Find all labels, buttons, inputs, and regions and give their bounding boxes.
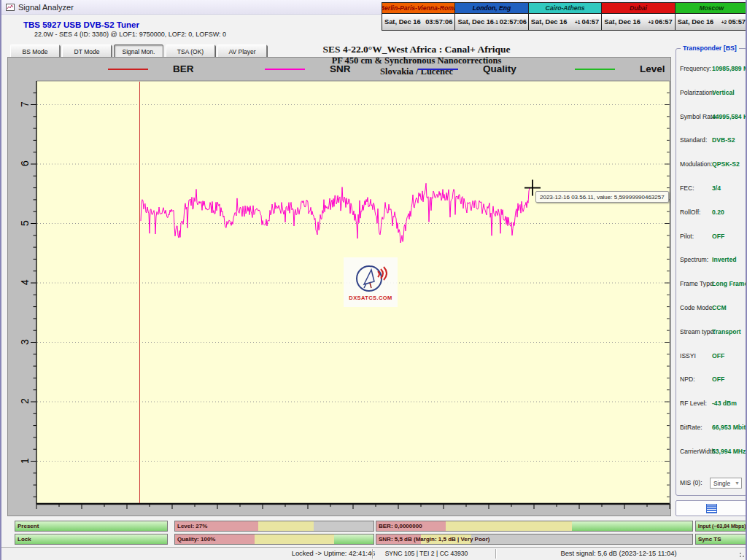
tp-label-streamtype: Stream type: (680, 328, 716, 335)
clock-city-label: London, Eng (455, 3, 527, 14)
sync-status: SYNC 105 | TEI 2 | CC 43930 (366, 550, 487, 557)
clock-city-label: Cairo-Athens (529, 3, 601, 14)
tp-value-bitrate: 66,953 Mbit/s (712, 424, 747, 431)
mis-dropdown[interactable]: Single ▼ (710, 478, 742, 489)
tp-value-rflevel: -43 dBm (712, 400, 737, 407)
clock-dubai: DubaiSat, Dec 16+306:57 (602, 3, 675, 30)
y-tick-label: 1 (19, 454, 31, 467)
syncts-bar: Sync TS (695, 534, 746, 545)
clock-time: Sat, Dec 16-102:57:06 (455, 14, 527, 30)
syncts-label: Sync TS (698, 536, 721, 542)
lock-label: Lock (18, 536, 31, 542)
present-label: Present (18, 523, 39, 529)
y-tick-label: 6 (19, 157, 31, 170)
clock-london-eng: London, EngSat, Dec 16-102:57:06 (455, 3, 528, 30)
tp-label-modulation: Modulation: (680, 160, 712, 168)
ber-label: BER: 0,0000000 (379, 523, 422, 529)
tuner-name: TBS 5927 USB DVB-S2 Tuner (23, 20, 139, 29)
clock-moscow: MoscowSat, Dec 16+205:57 (676, 3, 747, 30)
y-tick-label: 7 (19, 98, 31, 111)
tp-value-streamtype: Transport (712, 328, 741, 335)
tp-value-pilot: OFF (712, 233, 724, 240)
transponder-panel: Transponder [BS] Frequency:10985,889 MHz… (673, 32, 747, 516)
tp-value-carrierwidth: 53,994 MHz (712, 448, 746, 455)
statusbar-divider (495, 549, 496, 559)
clock-city-label: Berlin-Paris-Vienna-Roma (382, 3, 454, 14)
tp-label-codemode: Code Mode: (680, 304, 714, 311)
input-bar: Input (~63,84 Mbps) (695, 521, 746, 532)
snr-label: SNR: 5,5 dB (Margin: 1,5 dB | Very Poor) (379, 536, 490, 542)
tp-value-npd: OFF (712, 376, 724, 383)
clock-time: Sat, Dec 16+104:57 (529, 14, 601, 30)
input-label: Input (~63,84 Mbps) (698, 524, 746, 529)
tp-label-rolloff: RollOff: (680, 209, 701, 216)
tp-value-modulation: QPSK-S2 (712, 160, 740, 168)
tp-value-fec: 3/4 (712, 184, 721, 192)
tp-label-npd: NPD: (680, 376, 695, 383)
chevron-down-icon: ▼ (735, 481, 740, 486)
tp-value-codemode: CCM (712, 304, 727, 311)
clock-time: Sat, Dec 16+205:57 (676, 14, 747, 30)
watermark-text: DXSATCS.COM (349, 295, 392, 301)
resize-grip[interactable] (739, 552, 746, 559)
y-tick-label: 2 (19, 394, 31, 408)
world-clocks: Berlin-Paris-Vienna-RomaSat, Dec 1603:57… (382, 2, 747, 31)
tp-label-spectrum: Spectrum: (680, 256, 708, 263)
tp-value-symbolrate: 44995,584 KS/s (712, 113, 747, 120)
list-icon (706, 504, 717, 513)
y-tick-label: 4 (19, 276, 31, 289)
mis-value: Single (713, 480, 730, 487)
signal-analyzer-window: Signal Analyzer TBS 5927 USB DVB-S2 Tune… (0, 0, 747, 560)
satellite-dish-icon (354, 264, 387, 295)
tp-label-fec: FEC: (680, 184, 694, 192)
tp-label-standard: Standard: (680, 136, 707, 144)
dxsatcs-watermark: DXSATCS.COM (344, 257, 398, 307)
tp-label-bitrate: BitRate: (680, 424, 703, 431)
tp-label-rflevel: RF Level: (680, 400, 707, 407)
tp-label-frequency: Frequency: (680, 65, 711, 72)
cursor-tooltip: 2023-12-16 03.56.11, value: 5,5999999046… (535, 191, 669, 203)
mis-label: MIS (0): (680, 479, 703, 486)
tuner-info: 22.0W - SES 4 (ID: 3380) @ LOF1: 9750000… (34, 31, 226, 38)
y-tick-label: 3 (19, 335, 31, 349)
report-button[interactable] (676, 500, 747, 516)
tp-value-issyi: OFF (712, 352, 724, 359)
snr-bar: SNR: 5,5 dB (Margin: 1,5 dB | Very Poor) (376, 534, 693, 545)
tp-value-frequency: 10985,889 MHz (712, 65, 747, 72)
y-tick-label: 5 (19, 217, 31, 230)
signal-chart-area[interactable]: SES 4-22.0°W_West Africa : Canal+ Afriqu… (7, 57, 671, 516)
clock-city-label: Moscow (676, 3, 747, 14)
ber-bar: BER: 0,0000000 (376, 521, 693, 532)
clock-cairo-athens: Cairo-AthensSat, Dec 16+104:57 (529, 3, 602, 30)
tp-value-polarization: Vertical (712, 89, 735, 96)
tp-value-spectrum: Inverted (712, 256, 736, 263)
present-bar: Present (15, 521, 168, 532)
quality-label: Quality: 100% (177, 536, 215, 542)
quality-bar: Quality: 100% (174, 534, 374, 545)
tp-value-rolloff: 0.20 (712, 209, 724, 216)
app-icon (6, 3, 15, 12)
snr-plot (8, 58, 670, 516)
clock-berlin-paris-vienna-roma: Berlin-Paris-Vienna-RomaSat, Dec 1603:57… (382, 3, 455, 30)
tp-value-standard: DVB-S2 (712, 136, 735, 144)
tp-label-polarization: Polarization: (680, 89, 714, 96)
lock-bar: Lock (15, 534, 168, 545)
window-title: Signal Analyzer (18, 3, 74, 12)
level-label: Level: 27% (177, 523, 207, 529)
tp-label-frametype: Frame Type: (680, 280, 715, 287)
chart-title-line1: SES 4-22.0°W_West Africa : Canal+ Afriqu… (227, 44, 606, 55)
tp-label-pilot: Pilot: (680, 233, 694, 240)
tp-value-frametype: Long Frame (712, 280, 747, 287)
clock-city-label: Dubai (602, 3, 674, 14)
tp-label-issyi: ISSYI (680, 352, 696, 359)
level-bar: Level: 27% (174, 521, 374, 532)
transponder-groupbox: Transponder [BS] Frequency:10985,889 MHz… (676, 48, 747, 496)
clock-time: Sat, Dec 1603:57:06 (382, 14, 454, 30)
best-signal-status: Best signal: 5,6 dB (2023-12-15 11:04) (524, 550, 713, 557)
transponder-title: Transponder [BS] (681, 44, 739, 52)
clock-time: Sat, Dec 16+306:57 (602, 14, 674, 30)
status-bar: Locked -> Uptime: 42:41:46 SYNC 105 | TE… (1, 547, 747, 560)
